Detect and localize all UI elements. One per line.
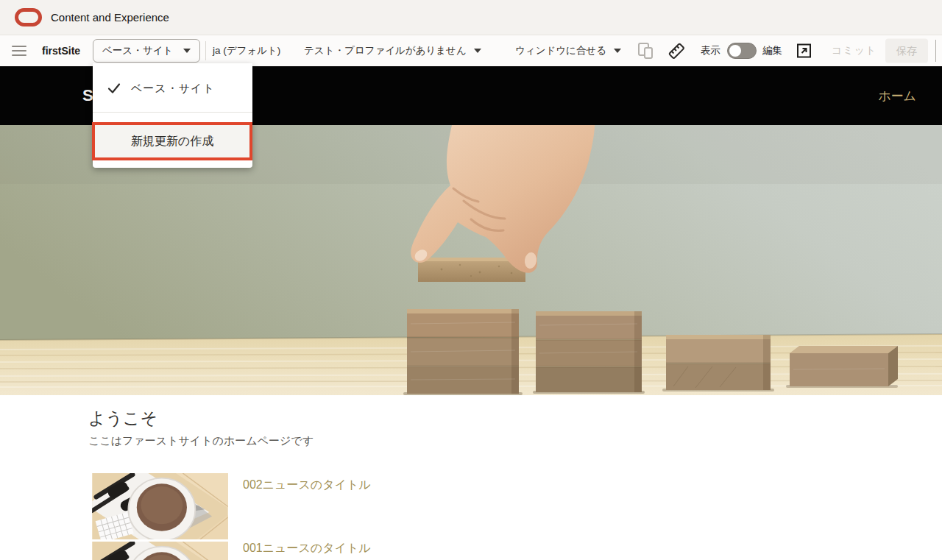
update-selector-button[interactable]: ベース・サイト bbox=[93, 39, 200, 63]
check-icon bbox=[107, 82, 121, 95]
menu-item-base-site[interactable]: ベース・サイト bbox=[93, 74, 252, 103]
news-thumbnail[interactable] bbox=[88, 542, 232, 560]
block-stack-3a bbox=[407, 309, 519, 394]
block-stack-1 bbox=[790, 346, 898, 386]
commit-button[interactable]: コミット bbox=[832, 44, 877, 57]
oracle-logo-icon bbox=[15, 8, 42, 26]
menu-divider bbox=[93, 112, 252, 113]
editor-toolbar: firstSite ベース・サイト ja (デフォルト) テスト・プロファイルが… bbox=[0, 35, 942, 66]
app-window: Content and Experience firstSite ベース・サイト… bbox=[0, 0, 942, 560]
block-stack-3b bbox=[536, 311, 642, 392]
caret-down-icon bbox=[614, 49, 621, 53]
block-stack-2 bbox=[666, 335, 771, 390]
toggle-knob bbox=[729, 45, 741, 57]
site-name-label: firstSite bbox=[42, 45, 80, 57]
language-label: ja (デフォルト) bbox=[213, 44, 280, 57]
caret-down-icon bbox=[474, 49, 481, 53]
edit-mode-label: 編集 bbox=[762, 44, 782, 57]
external-link-icon[interactable] bbox=[796, 43, 812, 59]
toolbar-end-divider bbox=[935, 40, 936, 62]
nav-home-link[interactable]: ホーム bbox=[878, 88, 916, 104]
devices-icon[interactable] bbox=[637, 42, 655, 60]
hamburger-icon[interactable] bbox=[12, 46, 26, 56]
toolbar-divider bbox=[205, 41, 206, 60]
view-edit-toggle[interactable] bbox=[727, 43, 757, 59]
welcome-heading: ようこそ bbox=[88, 407, 157, 430]
news-link[interactable]: 002ニュースのタイトル bbox=[243, 478, 371, 493]
news-thumbnail[interactable] bbox=[88, 473, 232, 539]
update-selector-value: ベース・サイト bbox=[102, 44, 173, 57]
brand-title: Content and Experience bbox=[51, 11, 169, 24]
news-link[interactable]: 001ニュースのタイトル bbox=[243, 541, 371, 556]
caret-down-icon bbox=[183, 49, 191, 53]
zoom-fit-label: ウィンドウに合せる bbox=[515, 44, 606, 57]
top-brand-bar: Content and Experience bbox=[0, 0, 942, 35]
test-profile-dropdown[interactable]: テスト・プロファイルがありません bbox=[304, 44, 481, 57]
view-mode-label: 表示 bbox=[701, 44, 720, 57]
update-selector-menu: ベース・サイト 新規更新の作成 bbox=[93, 63, 252, 168]
zoom-fit-dropdown[interactable]: ウィンドウに合せる bbox=[515, 44, 621, 57]
site-preview-title: S bbox=[82, 86, 93, 105]
welcome-text: ここはファーストサイトのホームページです bbox=[88, 434, 314, 448]
menu-item-label: ベース・サイト bbox=[131, 82, 215, 96]
ruler-icon[interactable] bbox=[667, 41, 686, 60]
menu-item-create-update[interactable]: 新規更新の作成 bbox=[95, 125, 249, 157]
test-profile-label: テスト・プロファイルがありません bbox=[304, 44, 467, 57]
save-button[interactable]: 保存 bbox=[885, 39, 928, 63]
